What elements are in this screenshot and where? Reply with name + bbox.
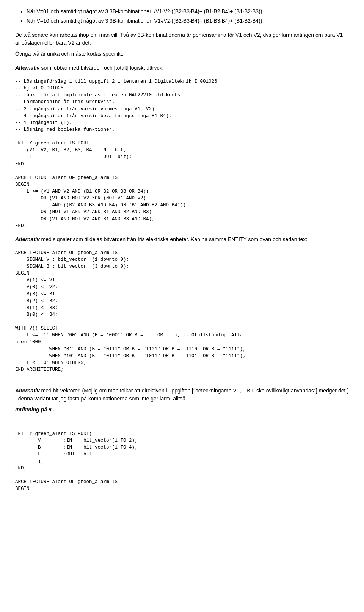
alternativ3-heading: Alternativ med bit-vektorer. (Möjlig om … [15, 387, 349, 403]
bullet-section: När V=01 och samtidigt något av 3 3B-kom… [15, 8, 349, 25]
list-item: När V=01 och samtidigt något av 3 3B-kom… [27, 8, 349, 16]
code3-block: ENTITY green_alarm IS PORT( V :IN bit_ve… [15, 430, 349, 492]
code3-section: ENTITY green_alarm IS PORT( V :IN bit_ve… [15, 430, 349, 492]
alternativ1-heading-section: Alternativ som jobbar med bitvärden och … [15, 64, 349, 72]
alternativ2-italic: Alternativ [15, 236, 40, 242]
code1-section: -- Lösningsförslag 1 till uppgift 2 i te… [15, 78, 349, 229]
alternativ2-heading-section: Alternativ med signaler som tilldelas bi… [15, 235, 349, 243]
alternativ1-heading: Alternativ som jobbar med bitvärden och … [15, 64, 349, 72]
list-item: När V=10 och samtidigt något av 3 3B-kom… [27, 17, 349, 25]
para2-text: Övriga två är unika och måste kodas spec… [15, 50, 349, 58]
page-content: När V=01 och samtidigt något av 3 3B-kom… [15, 8, 349, 492]
spacer1 [15, 379, 349, 387]
para1-text: De två senare kan arbetas ihop om man vi… [15, 31, 349, 47]
para1-section: De två senare kan arbetas ihop om man vi… [15, 31, 349, 58]
inriktning-italic: Inriktning på /L. [15, 406, 55, 413]
spacer2 [15, 420, 349, 427]
code1-block: -- Lösningsförslag 1 till uppgift 2 i te… [15, 78, 349, 229]
code2-block: ARCHITECTURE alarm OF green_alarm IS SIG… [15, 250, 349, 373]
alternativ-italic: Alternativ [15, 65, 40, 71]
code2-section: ARCHITECTURE alarm OF green_alarm IS SIG… [15, 250, 349, 373]
bullet-list: När V=01 och samtidigt något av 3 3B-kom… [27, 8, 349, 25]
alternativ3-italic: Alternativ [15, 388, 40, 394]
alternativ2-heading: Alternativ med signaler som tilldelas bi… [15, 235, 349, 243]
alternativ3-heading-section: Alternativ med bit-vektorer. (Möjlig om … [15, 387, 349, 414]
inriktning-text: Inriktning på /L. [15, 406, 349, 414]
